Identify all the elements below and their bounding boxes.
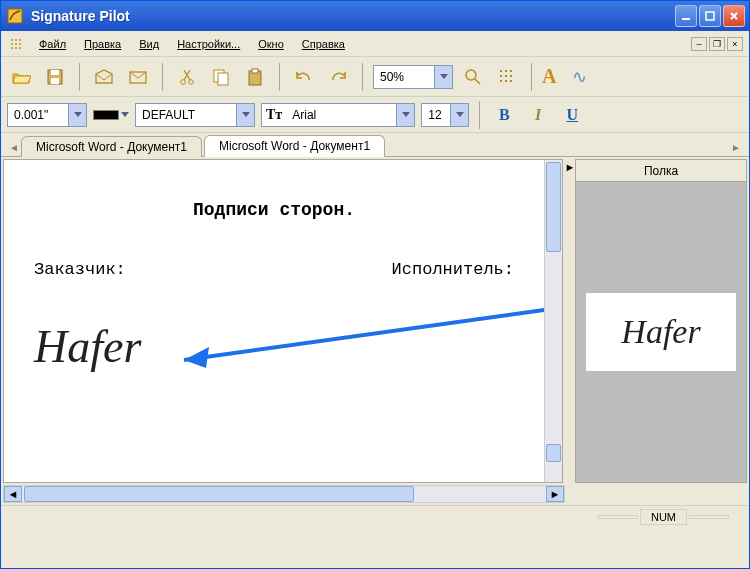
units-select[interactable]: [7, 103, 87, 127]
svg-rect-21: [252, 69, 258, 73]
svg-point-3: [11, 39, 13, 41]
scroll-left-button[interactable]: ◄: [4, 486, 22, 502]
workarea: Подписи сторон. Заказчик: Исполнитель: H…: [1, 157, 749, 485]
underline-button[interactable]: U: [558, 103, 586, 127]
cut-button[interactable]: [173, 63, 201, 91]
mdi-minimize-button[interactable]: –: [691, 37, 707, 51]
bold-button[interactable]: B: [490, 103, 518, 127]
svg-point-16: [181, 79, 186, 84]
svg-rect-26: [500, 75, 502, 77]
menu-file[interactable]: Файл: [31, 35, 74, 53]
tab-label: Microsoft Word - Документ1: [219, 139, 370, 153]
font-select[interactable]: Tт: [261, 103, 415, 127]
svg-rect-2: [706, 12, 714, 20]
document-pane: Подписи сторон. Заказчик: Исполнитель: H…: [3, 159, 563, 483]
svg-point-17: [189, 79, 194, 84]
save-button[interactable]: [41, 63, 69, 91]
scroll-right-button[interactable]: ►: [546, 486, 564, 502]
fontsize-dropdown-button[interactable]: [450, 104, 468, 126]
tab-scroll-left[interactable]: ◄: [7, 138, 21, 156]
style-select[interactable]: [135, 103, 255, 127]
font-input[interactable]: [286, 104, 396, 126]
color-swatch: [93, 110, 119, 120]
scrollbar-thumb[interactable]: [546, 162, 561, 252]
svg-rect-27: [505, 75, 507, 77]
doc-customer-label: Заказчик:: [34, 260, 126, 279]
document-tabs: ◄ Microsoft Word - Документ1 Microsoft W…: [1, 133, 749, 157]
copy-button[interactable]: [207, 63, 235, 91]
svg-rect-1: [682, 18, 690, 20]
svg-rect-28: [510, 75, 512, 77]
signature-thumbnail[interactable]: Hafer: [586, 293, 736, 371]
svg-rect-13: [51, 70, 59, 75]
document-canvas[interactable]: Подписи сторон. Заказчик: Исполнитель: H…: [4, 160, 544, 482]
menu-view[interactable]: Вид: [131, 35, 167, 53]
zoom-input[interactable]: [374, 66, 434, 88]
font-dropdown-button[interactable]: [396, 104, 414, 126]
svg-point-7: [15, 43, 17, 45]
tab-doc1[interactable]: Microsoft Word - Документ1: [21, 136, 202, 157]
zoom-dropdown-button[interactable]: [434, 66, 452, 88]
mdi-restore-button[interactable]: ❐: [709, 37, 725, 51]
units-input[interactable]: [8, 104, 68, 126]
fontsize-input[interactable]: [422, 104, 450, 126]
app-icon: [5, 6, 25, 26]
menu-window[interactable]: Окно: [250, 35, 292, 53]
scrollbar-thumb[interactable]: [546, 444, 561, 462]
zoom-select[interactable]: [373, 65, 453, 89]
undo-button[interactable]: [290, 63, 318, 91]
signature-thumbnail-text: Hafer: [621, 313, 700, 351]
truetype-icon: Tт: [262, 107, 282, 123]
mail-open-button[interactable]: [90, 63, 118, 91]
minimize-button[interactable]: [675, 5, 697, 27]
grid-button[interactable]: [493, 63, 521, 91]
open-button[interactable]: [7, 63, 35, 91]
window-title: Signature Pilot: [31, 8, 675, 24]
svg-point-11: [19, 47, 21, 49]
doc-contractor-label: Исполнитель:: [392, 260, 514, 279]
style-input[interactable]: [136, 104, 236, 126]
menu-settings[interactable]: Настройки...: [169, 35, 248, 53]
maximize-button[interactable]: [699, 5, 721, 27]
italic-button[interactable]: I: [524, 103, 552, 127]
toolbar-grip-icon: [7, 35, 25, 53]
doc-vertical-scrollbar[interactable]: [544, 160, 562, 482]
menu-help[interactable]: Справка: [294, 35, 353, 53]
menu-edit[interactable]: Правка: [76, 35, 129, 53]
doc-heading: Подписи сторон.: [4, 200, 544, 220]
close-button[interactable]: [723, 5, 745, 27]
doc-horizontal-scrollbar[interactable]: ◄ ►: [3, 485, 565, 503]
titlebar: Signature Pilot: [1, 1, 749, 31]
tab-doc2[interactable]: Microsoft Word - Документ1: [204, 135, 385, 157]
search-button[interactable]: [459, 63, 487, 91]
freehand-tool-icon[interactable]: ∿: [572, 66, 587, 88]
svg-rect-29: [500, 80, 502, 82]
mdi-close-button[interactable]: ×: [727, 37, 743, 51]
svg-point-4: [15, 39, 17, 41]
window-controls: [675, 5, 745, 27]
paste-button[interactable]: [241, 63, 269, 91]
svg-rect-24: [505, 70, 507, 72]
shelf-title: Полка: [576, 160, 746, 182]
svg-line-32: [184, 310, 544, 360]
mail-button[interactable]: [124, 63, 152, 91]
svg-rect-14: [51, 78, 59, 84]
status-numlock: NUM: [640, 509, 687, 525]
text-tool-icon[interactable]: A: [542, 65, 556, 88]
svg-point-5: [19, 39, 21, 41]
svg-point-6: [11, 43, 13, 45]
scrollbar-thumb[interactable]: [24, 486, 414, 502]
status-blank2: [689, 515, 729, 519]
menubar: Файл Правка Вид Настройки... Окно Справк…: [1, 31, 749, 57]
line-color-picker[interactable]: [93, 110, 129, 120]
redo-button[interactable]: [324, 63, 352, 91]
svg-rect-23: [500, 70, 502, 72]
style-dropdown-button[interactable]: [236, 104, 254, 126]
fontsize-select[interactable]: [421, 103, 469, 127]
panel-collapse-button[interactable]: ►: [565, 157, 575, 485]
app-window: Signature Pilot Файл Правка Вид Настройк…: [0, 0, 750, 569]
svg-point-8: [19, 43, 21, 45]
tab-scroll-right[interactable]: ►: [729, 138, 743, 156]
signature-stamp[interactable]: Hafer: [34, 320, 141, 373]
units-dropdown-button[interactable]: [68, 104, 86, 126]
